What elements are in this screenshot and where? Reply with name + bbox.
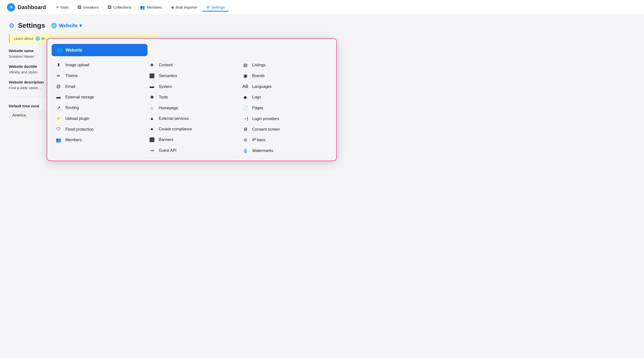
page-title: Settings (18, 22, 45, 29)
dropdown-item-cookie-compliance[interactable]: ●Cookie compliance (145, 124, 238, 132)
nav-label-sneakers: Sneakers (83, 5, 98, 9)
dropdown-item-label: Languages (252, 84, 272, 89)
nav-item-bulk-importer[interactable]: ◈ Bulk importer (167, 3, 201, 11)
dropdown-item-label: Email (66, 84, 75, 89)
dropdown-item-icon: ⚡ (55, 116, 62, 121)
dropdown-item-external-services[interactable]: ▲External services (145, 113, 238, 124)
dropdown-item-icon: ▤ (242, 62, 249, 68)
dropdown-item-label: External storage (66, 95, 94, 99)
dropdown-item-icon: ▬ (55, 95, 62, 100)
dropdown-item-label: Upload plugin (66, 116, 90, 121)
dropdown-item-image-upload[interactable]: ⬆Image upload (52, 60, 145, 70)
dropdown-item-listings[interactable]: ▤Listings (238, 60, 332, 70)
dropdown-item-system[interactable]: ▬System (145, 81, 238, 92)
dropdown-item-label: Flood protection (66, 127, 94, 132)
dropdown-item-icon: ● (148, 127, 155, 132)
dropdown-item-label: External services (159, 116, 189, 121)
brand-icon: ✦ (7, 3, 15, 11)
sneakers-icon: 🖼 (78, 5, 81, 9)
dropdown-item-icon: ⬛ (148, 73, 155, 79)
dropdown-item-label: Brands (252, 74, 265, 78)
dropdown-item-icon: ◆ (242, 95, 249, 100)
dropdown-col-3: ▤Listings▣BrandsABLanguages◆Logo📄Pages→|… (238, 60, 332, 132)
nav-item-settings[interactable]: ⚙ Settings (202, 3, 228, 11)
dropdown-item-label: Image upload (66, 63, 89, 67)
stats-icon: ≡ (56, 5, 58, 9)
dropdown-item-icon: →| (242, 116, 249, 121)
dropdown-item-brands[interactable]: ▣Brands (238, 70, 332, 81)
dropdown-item-label: Pages (252, 106, 263, 110)
dropdown-item-label: Homepage (159, 106, 178, 110)
nav-item-sneakers[interactable]: 🖼 Sneakers (74, 3, 102, 11)
dropdown-item-icon: ▲ (148, 116, 155, 121)
brand[interactable]: ✦ Dashboard (7, 3, 46, 11)
page-title-row: ⚙ Settings 🌐 Website ▾ (9, 22, 212, 29)
dropdown-item-label: Routing (66, 106, 79, 110)
dropdown-item-label: Theme (66, 74, 78, 78)
top-nav: ✦ Dashboard ≡ Stats 🖼 Sneakers 🖼 Collect… (0, 0, 644, 15)
dropdown-item-label: Cookie compliance (159, 127, 192, 131)
website-dropdown-menu: 🌐 Website ⬆Image upload✏Theme@Email▬Exte… (47, 38, 337, 132)
collections-icon: 🖼 (108, 5, 112, 9)
dropdown-item-icon: 🖥 (242, 127, 249, 132)
dropdown-col-2: ❖Content⬛Semantics▬System✱Tools⌂Homepage… (145, 60, 238, 132)
nav-label-settings: Settings (212, 5, 225, 9)
dropdown-item-upload-plugin[interactable]: ⚡Upload plugin (52, 113, 145, 124)
nav-label-members: Members (147, 5, 162, 9)
bulk-icon: ◈ (171, 5, 174, 9)
dropdown-item-semantics[interactable]: ⬛Semantics (145, 70, 238, 81)
dropdown-item-icon: ▣ (242, 73, 249, 79)
dropdown-item-label: Logo (252, 95, 261, 99)
dropdown-item-flood-protection[interactable]: 🛡Flood protection (52, 124, 145, 132)
region-select[interactable]: America Europe Asia Pacific (9, 111, 53, 120)
dropdown-item-icon: ✱ (148, 95, 155, 100)
dropdown-item-external-storage[interactable]: ▬External storage (52, 92, 145, 102)
nav-item-stats[interactable]: ≡ Stats (52, 3, 73, 11)
brand-label: Dashboard (18, 4, 46, 10)
dropdown-item-label: Semantics (159, 74, 177, 78)
dropdown-item-content[interactable]: ❖Content (145, 60, 238, 70)
nav-label-collections: Collections (113, 5, 131, 9)
dropdown-item-tools[interactable]: ✱Tools (145, 92, 238, 103)
nav-item-collections[interactable]: 🖼 Collections (104, 3, 135, 11)
dropdown-item-icon: @ (55, 84, 62, 89)
dropdown-item-label: Login providers (252, 117, 279, 121)
region-select-wrapper: America Europe Asia Pacific ▾ (9, 111, 53, 120)
dropdown-item-icon: ✏ (55, 73, 62, 79)
dropdown-item-homepage[interactable]: ⌂Homepage (145, 103, 238, 113)
dropdown-top: 🌐 Website (47, 41, 336, 60)
dropdown-item-icon: ▬ (148, 84, 155, 89)
dropdown-item-label: System (159, 84, 172, 89)
website-selected-icon: 🌐 (57, 47, 62, 53)
dropdown-item-pages[interactable]: 📄Pages (238, 103, 332, 113)
dropdown-item-logo[interactable]: ◆Logo (238, 92, 332, 103)
dropdown-item-label: Tools (159, 95, 168, 99)
dropdown-item-icon: ⌂ (148, 105, 155, 111)
dropdown-website-selected[interactable]: 🌐 Website (52, 44, 148, 56)
nav-item-members[interactable]: 👥 Members (136, 3, 166, 11)
dropdown-item-email[interactable]: @Email (52, 81, 145, 92)
dropdown-item-consent-screen[interactable]: 🖥Consent screen (238, 124, 332, 132)
dropdown-item-icon: ↗ (55, 105, 62, 111)
dropdown-item-icon: ⬆ (55, 62, 62, 68)
dropdown-item-label: Listings (252, 63, 266, 67)
members-nav-icon: 👥 (140, 5, 145, 9)
website-selected-label: Website (66, 48, 82, 53)
nav-label-bulk: Bulk importer (176, 5, 198, 9)
dropdown-item-theme[interactable]: ✏Theme (52, 70, 145, 81)
website-dropdown-trigger[interactable]: 🌐 Website ▾ (48, 22, 84, 29)
settings-nav-icon: ⚙ (206, 5, 210, 9)
dropdown-item-routing[interactable]: ↗Routing (52, 102, 145, 113)
dropdown-item-icon: ❖ (148, 62, 155, 68)
dropdown-item-login-providers[interactable]: →|Login providers (238, 113, 332, 124)
chevron-down-icon: ▾ (80, 22, 82, 28)
dropdown-item-label: Consent screen (252, 127, 280, 132)
dropdown-trigger-label: Website (59, 23, 78, 28)
dropdown-item-icon: AB (242, 84, 249, 89)
dropdown-item-icon: 🛡 (55, 127, 62, 132)
dropdown-item-languages[interactable]: ABLanguages (238, 81, 332, 92)
nav-label-stats: Stats (60, 5, 68, 9)
dropdown-col-1: ⬆Image upload✏Theme@Email▬External stora… (52, 60, 145, 132)
globe-icon: 🌐 (51, 22, 57, 28)
dropdown-item-label: Content (159, 63, 172, 67)
